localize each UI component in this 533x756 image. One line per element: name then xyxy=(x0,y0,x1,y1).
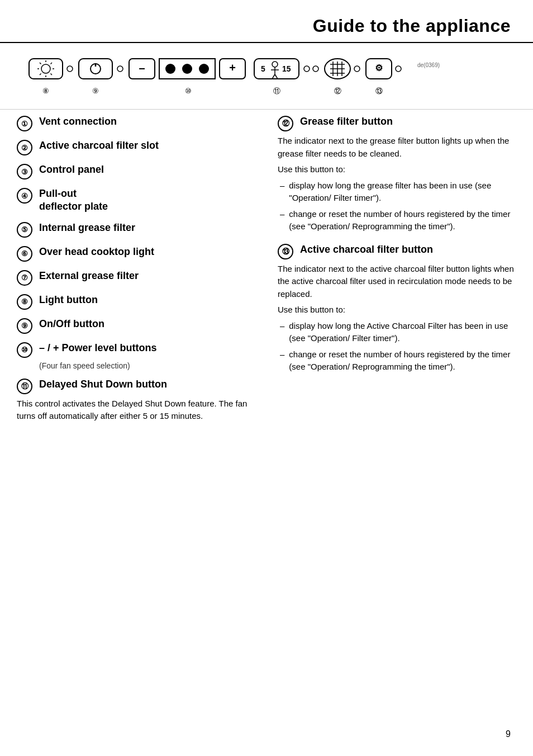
item-5-label: Internal grease filter xyxy=(39,221,135,234)
item-9: ⑨ On/Off button xyxy=(17,318,255,334)
item-13-bullet-2-text: change or reset the number of hours regi… xyxy=(289,348,516,374)
item-13-use: Use this button to: xyxy=(278,304,516,316)
svg-line-7 xyxy=(51,74,53,75)
svg-line-6 xyxy=(40,63,41,64)
item-12-block: ⑫ Grease filter button The indicator nex… xyxy=(278,115,516,233)
item-6-label: Over head cooktop light xyxy=(39,245,154,258)
svg-point-25 xyxy=(272,62,278,67)
item-8: ⑧ Light button xyxy=(17,294,255,310)
item-12-header: ⑫ Grease filter button xyxy=(278,115,516,131)
left-column: ① Vent connection ② Active charcoal filt… xyxy=(17,115,261,433)
item-1: ① Vent connection xyxy=(17,115,255,131)
item-12-bullet-1-text: display how long the grease filter has b… xyxy=(289,179,516,205)
item-12-use: Use this button to: xyxy=(278,163,516,176)
item-12-desc: The indicator next to the grease filter … xyxy=(278,135,516,160)
svg-rect-11 xyxy=(79,59,112,79)
item-4: ④ Pull-outdeflector plate xyxy=(17,187,255,214)
item-13-label: Active charcoal filter button xyxy=(300,243,433,256)
item-13-number: ⑬ xyxy=(278,244,293,259)
svg-text:–: – xyxy=(139,62,145,74)
svg-text:5: 5 xyxy=(261,64,265,73)
main-content: ① Vent connection ② Active charcoal filt… xyxy=(0,115,533,433)
item-6: ⑥ Over head cooktop light xyxy=(17,245,255,262)
item-5: ⑤ Internal grease filter xyxy=(17,221,255,238)
item-13-bullet-2: – change or reset the number of hours re… xyxy=(278,348,516,374)
svg-text:⑨: ⑨ xyxy=(92,87,99,95)
item-10-number: ⑩ xyxy=(17,342,32,358)
item-13-desc: The indicator next to the active charcoa… xyxy=(278,263,516,301)
svg-point-32 xyxy=(313,66,318,72)
item-13-bullet-1-text: display how long the Active Charcoal Fil… xyxy=(289,320,516,345)
svg-text:⑧: ⑧ xyxy=(42,87,49,95)
item-13-header: ⑬ Active charcoal filter button xyxy=(278,243,516,259)
page-header: Guide to the appliance xyxy=(0,0,533,43)
item-13-block: ⑬ Active charcoal filter button The indi… xyxy=(278,243,516,374)
item-9-number: ⑨ xyxy=(17,318,32,334)
item-12-bullet-1: – display how long the grease filter has… xyxy=(278,179,516,205)
svg-text:⑫: ⑫ xyxy=(334,87,341,95)
item-11-header: ⑪ Delayed Shut Down button xyxy=(17,378,255,394)
controls-diagram: – + 5 15 ⚙ ⑧ ⑨ ⑩ xyxy=(26,53,507,103)
svg-point-18 xyxy=(165,64,175,74)
item-12-bullet-2: – change or reset the number of hours re… xyxy=(278,208,516,233)
diagram-area: – + 5 15 ⚙ ⑧ ⑨ ⑩ xyxy=(0,43,533,110)
svg-point-1 xyxy=(41,64,50,73)
item-4-number: ④ xyxy=(17,188,32,204)
item-2: ② Active charcoal filter slot xyxy=(17,139,255,155)
item-6-number: ⑥ xyxy=(17,246,32,262)
svg-text:+: + xyxy=(229,62,236,74)
item-10-sub: (Four fan speed selection) xyxy=(39,361,255,370)
item-7-label: External grease filter xyxy=(39,270,139,282)
bullet-dash-3: – xyxy=(280,320,284,333)
item-11-block: ⑪ Delayed Shut Down button This control … xyxy=(17,378,255,423)
item-7: ⑦ External grease filter xyxy=(17,270,255,286)
svg-text:⑪: ⑪ xyxy=(273,87,280,95)
svg-point-20 xyxy=(199,64,209,74)
svg-point-31 xyxy=(304,66,310,72)
item-12-label: Grease filter button xyxy=(300,115,393,128)
item-10: ⑩ – / + Power level buttons xyxy=(17,342,255,358)
bullet-dash-2: – xyxy=(280,208,284,221)
item-8-label: Light button xyxy=(39,294,98,306)
item-11-number: ⑪ xyxy=(17,379,32,394)
item-1-number: ① xyxy=(17,116,32,131)
item-12-bullet-2-text: change or reset the number of hours regi… xyxy=(289,208,516,233)
svg-text:⑬: ⑬ xyxy=(375,87,383,95)
item-7-number: ⑦ xyxy=(17,270,32,286)
item-2-label: Active charcoal filter slot xyxy=(39,139,159,152)
page-number: 9 xyxy=(506,729,511,739)
item-13-bullet-1: – display how long the Active Charcoal F… xyxy=(278,320,516,345)
svg-line-8 xyxy=(51,63,53,64)
svg-line-28 xyxy=(272,74,275,79)
svg-text:⚙: ⚙ xyxy=(375,63,383,73)
svg-text:de(0369): de(0369) xyxy=(417,62,440,68)
item-3-label: Control panel xyxy=(39,163,104,176)
item-3: ③ Control panel xyxy=(17,163,255,179)
item-5-number: ⑤ xyxy=(17,222,32,238)
svg-point-14 xyxy=(117,66,123,72)
right-column: ⑫ Grease filter button The indicator nex… xyxy=(272,115,516,433)
svg-line-29 xyxy=(275,74,278,79)
svg-point-40 xyxy=(354,66,360,72)
svg-text:15: 15 xyxy=(282,64,291,73)
item-8-number: ⑧ xyxy=(17,294,32,310)
svg-point-10 xyxy=(67,66,73,72)
item-1-label: Vent connection xyxy=(39,115,117,128)
item-3-number: ③ xyxy=(17,164,32,179)
item-11-label: Delayed Shut Down button xyxy=(39,378,167,391)
svg-point-43 xyxy=(396,66,401,72)
bullet-dash-4: – xyxy=(280,348,284,361)
bullet-dash: – xyxy=(280,179,284,192)
item-9-label: On/Off button xyxy=(39,318,104,330)
item-12-number: ⑫ xyxy=(278,116,293,131)
item-2-number: ② xyxy=(17,140,32,155)
item-10-label: – / + Power level buttons xyxy=(39,342,157,355)
page-title: Guide to the appliance xyxy=(313,16,511,36)
svg-text:⑩: ⑩ xyxy=(185,87,192,95)
svg-line-9 xyxy=(40,74,41,75)
item-4-label: Pull-outdeflector plate xyxy=(39,187,108,214)
item-11-desc: This control activates the Delayed Shut … xyxy=(17,398,255,423)
svg-point-19 xyxy=(182,64,192,74)
